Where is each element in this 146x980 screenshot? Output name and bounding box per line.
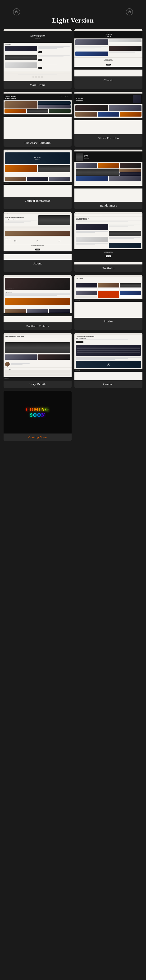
- deco-left: [13, 8, 20, 16]
- card-portfolio-preview: Check our stunning projects wealready do…: [75, 212, 143, 264]
- card-stories[interactable]: Our Stories: [75, 275, 143, 330]
- card-story-details[interactable]: Exploring the world of motion design: [3, 333, 71, 388]
- card-slider[interactable]: Portfolio 3D AbstractBackground: [75, 92, 143, 147]
- card-portfolio-details-label: Portfolio Details: [3, 322, 71, 330]
- svg-point-1: [16, 11, 17, 12]
- card-main-home[interactable]: We Are Adore 3D BackgroundMotion & Graph…: [3, 29, 71, 89]
- card-portfolio-label: Portfolio: [75, 264, 143, 272]
- page-wrapper: Light Version We Are Adore 3D Background…: [0, 0, 146, 446]
- main-title: Light Version: [3, 17, 143, 24]
- card-showcase-preview: Portfolio Creative approachto design aes…: [3, 92, 71, 139]
- card-story-details-preview: Exploring the world of motion design: [3, 333, 71, 380]
- card-portfolio-details[interactable]: Endless abstract loop Project Overview: [3, 275, 71, 330]
- card-classic-preview: OUR FINESTWORK: [75, 29, 143, 76]
- card-vertical-preview: AbstractMotion: [3, 150, 71, 197]
- card-classic[interactable]: OUR FINESTWORK: [75, 29, 143, 89]
- card-contact-label: Contact: [75, 380, 143, 388]
- card-randomness[interactable]: AtlansDetails Portfolio showcase: [75, 150, 143, 209]
- card-portfolio-details-preview: Endless abstract loop Project Overview: [3, 275, 71, 322]
- card-about-label: About: [3, 260, 71, 267]
- page-header: Light Version: [3, 5, 143, 29]
- card-showcase-label: Showcase Portfolio: [3, 139, 71, 147]
- card-about[interactable]: We are not just a designing company,We h…: [3, 212, 71, 272]
- card-slider-preview: Portfolio 3D AbstractBackground: [75, 92, 143, 134]
- card-coming-soon-label: Coming Soon: [3, 433, 71, 441]
- card-coming-soon-preview: COMING SOON: [3, 391, 71, 433]
- cards-grid: We Are Adore 3D BackgroundMotion & Graph…: [3, 29, 143, 441]
- card-coming-soon[interactable]: COMING SOON Coming Soon: [3, 391, 71, 441]
- header-decoration: [3, 8, 143, 16]
- card-classic-label: Classic: [75, 76, 143, 84]
- card-randomness-label: Randomness: [75, 202, 143, 209]
- card-showcase[interactable]: Portfolio Creative approachto design aes…: [3, 92, 71, 147]
- card-main-home-preview: We Are Adore 3D BackgroundMotion & Graph…: [3, 29, 71, 81]
- card-story-details-label: Story Details: [3, 380, 71, 388]
- deco-right: [126, 8, 133, 16]
- svg-point-3: [129, 11, 130, 12]
- card-vertical-label: Vertical Interaction: [3, 197, 71, 205]
- card-stories-label: Stories: [75, 318, 143, 325]
- card-slider-label: Slider Portfolio: [75, 134, 143, 142]
- card-vertical[interactable]: AbstractMotion: [3, 150, 71, 209]
- card-main-home-label: Main Home: [3, 81, 71, 89]
- card-contact-preview: Collaborating, let's create somethingtru…: [75, 333, 143, 380]
- card-about-preview: We are not just a designing company,We h…: [3, 212, 71, 260]
- card-portfolio[interactable]: Check our stunning projects wealready do…: [75, 212, 143, 272]
- card-stories-preview: Our Stories: [75, 275, 143, 318]
- card-randomness-preview: AtlansDetails Portfolio showcase: [75, 150, 143, 202]
- card-contact[interactable]: Collaborating, let's create somethingtru…: [75, 333, 143, 388]
